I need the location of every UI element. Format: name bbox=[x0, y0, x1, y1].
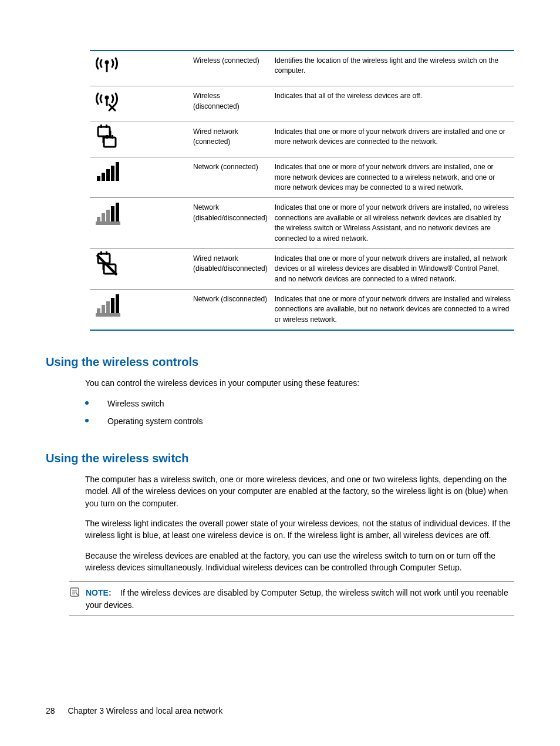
svg-rect-14 bbox=[116, 162, 119, 181]
svg-rect-19 bbox=[116, 203, 119, 221]
table-row: Wired network (connected) Indicates that… bbox=[90, 122, 514, 157]
heading-wireless-controls: Using the wireless controls bbox=[46, 355, 514, 369]
note-block: NOTE: If the wireless devices are disabl… bbox=[69, 582, 514, 616]
svg-rect-20 bbox=[96, 221, 120, 225]
row-name: Network (disconnected) bbox=[190, 290, 271, 331]
svg-rect-8 bbox=[106, 135, 108, 139]
svg-rect-12 bbox=[106, 169, 110, 181]
svg-rect-7 bbox=[104, 137, 116, 147]
heading-wireless-switch: Using the wireless switch bbox=[46, 452, 514, 465]
svg-rect-15 bbox=[97, 217, 100, 221]
row-desc: Indicates that all of the wireless devic… bbox=[271, 86, 514, 122]
svg-rect-6 bbox=[106, 125, 107, 128]
feature-list: Wireless switch Operating system control… bbox=[85, 398, 514, 428]
row-name: Network (connected) bbox=[190, 157, 271, 198]
row-name: Wired network (connected) bbox=[190, 122, 271, 157]
svg-rect-10 bbox=[97, 176, 100, 181]
page-footer: 28 Chapter 3 Wireless and local area net… bbox=[46, 706, 222, 715]
row-desc: Indicates that one or more of your netwo… bbox=[271, 248, 514, 289]
row-name: Wireless (disconnected) bbox=[190, 86, 271, 122]
network-icons-table: Wireless (connected) Identifies the loca… bbox=[90, 50, 514, 331]
svg-rect-30 bbox=[96, 313, 120, 317]
paragraph: The wireless light indicates the overall… bbox=[85, 518, 514, 542]
wired-connected-icon bbox=[93, 125, 120, 149]
row-desc: Indicates that one or more of your netwo… bbox=[271, 198, 514, 249]
svg-rect-22 bbox=[100, 251, 102, 255]
table-row: Network (disabled/disconnected) Indicate… bbox=[90, 198, 514, 249]
row-desc: Identifies the location of the wireless … bbox=[271, 51, 514, 86]
row-desc: Indicates that one or more of your netwo… bbox=[271, 157, 514, 198]
network-connected-icon bbox=[93, 160, 120, 184]
svg-rect-26 bbox=[102, 305, 105, 313]
table-row: Network (connected) Indicates that one o… bbox=[90, 157, 514, 198]
page-number: 28 bbox=[46, 706, 55, 715]
svg-rect-9 bbox=[112, 135, 113, 139]
network-disabled-icon bbox=[93, 200, 120, 225]
chapter-label: Chapter 3 Wireless and local area networ… bbox=[68, 706, 222, 715]
wireless-disconnected-icon bbox=[93, 89, 120, 113]
row-desc: Indicates that one or more of your netwo… bbox=[271, 290, 514, 331]
svg-rect-11 bbox=[102, 173, 105, 181]
row-name: Network (disabled/disconnected) bbox=[190, 198, 271, 249]
svg-rect-16 bbox=[102, 213, 105, 221]
table-row: Wireless (connected) Identifies the loca… bbox=[90, 51, 514, 86]
table-row: Wireless (disconnected) Indicates that a… bbox=[90, 86, 514, 122]
svg-rect-28 bbox=[111, 298, 114, 313]
note-icon bbox=[69, 587, 80, 597]
intro-text: You can control the wireless devices in … bbox=[85, 377, 514, 389]
svg-rect-1 bbox=[106, 62, 108, 72]
svg-rect-29 bbox=[116, 294, 119, 313]
list-item: Wireless switch bbox=[85, 398, 514, 409]
svg-rect-25 bbox=[97, 308, 100, 313]
note-label: NOTE: bbox=[86, 588, 112, 597]
svg-rect-27 bbox=[106, 301, 110, 313]
svg-rect-17 bbox=[106, 210, 110, 221]
svg-rect-4 bbox=[98, 127, 110, 136]
table-row: Wired network (disabled/disconnected) In… bbox=[90, 248, 514, 289]
svg-rect-18 bbox=[111, 206, 114, 221]
svg-rect-13 bbox=[111, 166, 114, 181]
svg-rect-5 bbox=[100, 125, 102, 128]
row-name: Wired network (disabled/disconnected) bbox=[190, 248, 271, 289]
list-item: Operating system controls bbox=[85, 415, 514, 427]
paragraph: The computer has a wireless switch, one … bbox=[85, 473, 514, 509]
svg-rect-23 bbox=[106, 251, 107, 255]
row-desc: Indicates that one or more of your netwo… bbox=[271, 122, 514, 157]
wired-disabled-icon bbox=[93, 251, 120, 276]
note-text: If the wireless devices are disabled by … bbox=[86, 588, 508, 609]
svg-rect-3 bbox=[106, 98, 108, 106]
paragraph: Because the wireless devices are enabled… bbox=[85, 550, 514, 574]
wireless-connected-icon bbox=[93, 53, 120, 78]
table-row: Network (disconnected) Indicates that on… bbox=[90, 290, 514, 331]
row-name: Wireless (connected) bbox=[190, 51, 271, 86]
network-disconnected-icon bbox=[93, 292, 120, 317]
